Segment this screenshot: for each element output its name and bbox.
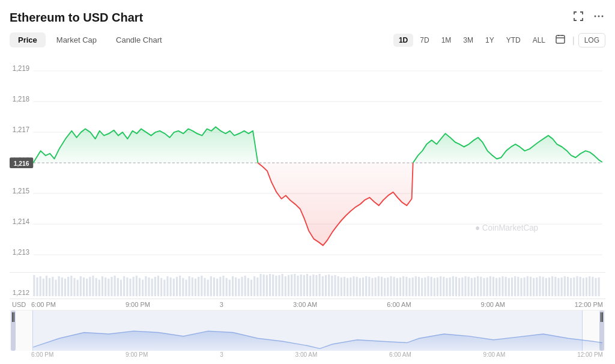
- svg-rect-117: [328, 275, 330, 296]
- svg-rect-111: [309, 276, 311, 296]
- main-chart-svg: 1,219 1,218 1,217 1,216 1,215 1,214 1,21…: [10, 52, 605, 272]
- svg-rect-200: [586, 278, 587, 296]
- log-button[interactable]: LOG: [578, 33, 605, 47]
- svg-rect-173: [501, 276, 503, 296]
- x-label-1: 9:00 PM: [126, 301, 150, 309]
- x-label-4: 6:00 AM: [387, 301, 411, 309]
- svg-rect-59: [148, 278, 150, 296]
- svg-rect-151: [434, 278, 435, 296]
- svg-point-1: [598, 16, 600, 17]
- time-divider: |: [572, 35, 575, 45]
- svg-rect-170: [492, 277, 494, 296]
- svg-rect-123: [347, 278, 348, 296]
- svg-rect-49: [117, 278, 119, 296]
- usd-label: USD: [12, 301, 26, 308]
- svg-rect-174: [505, 277, 507, 296]
- x-axis-labels: 6:00 PM 9:00 PM 3 3:00 AM 6:00 AM 9:00 A…: [10, 299, 605, 310]
- svg-text:1,219: 1,219: [13, 64, 29, 72]
- svg-rect-30: [58, 276, 60, 296]
- expand-icon[interactable]: [572, 10, 585, 25]
- header-row: Ethereum to USD Chart: [10, 10, 605, 25]
- svg-text:1,215: 1,215: [13, 187, 30, 195]
- svg-rect-180: [524, 278, 526, 296]
- svg-rect-126: [356, 277, 358, 296]
- svg-rect-144: [412, 278, 414, 296]
- svg-text:1,217: 1,217: [13, 126, 29, 133]
- svg-rect-196: [573, 278, 575, 296]
- svg-rect-160: [461, 278, 463, 296]
- mini-handle-right[interactable]: ‖: [599, 311, 604, 351]
- svg-rect-138: [393, 277, 395, 296]
- svg-rect-129: [365, 276, 367, 296]
- svg-rect-67: [173, 279, 175, 296]
- svg-rect-143: [408, 278, 410, 296]
- x-label-3: 3:00 AM: [293, 301, 317, 309]
- svg-rect-147: [421, 278, 423, 296]
- chart-area: 1,219 1,218 1,217 1,216 1,215 1,214 1,21…: [10, 52, 605, 359]
- svg-rect-189: [551, 276, 553, 296]
- x-label-5: 9:00 AM: [481, 301, 505, 309]
- tab-market-cap[interactable]: Market Cap: [48, 32, 105, 47]
- svg-rect-113: [315, 275, 317, 296]
- more-options-icon[interactable]: [592, 10, 605, 25]
- svg-rect-36: [77, 280, 79, 296]
- mini-x-label-4: 6:00 AM: [389, 351, 411, 359]
- mini-handle-left[interactable]: ‖: [11, 311, 16, 351]
- svg-rect-104: [288, 275, 289, 296]
- svg-rect-48: [114, 276, 116, 296]
- mini-x-label-1: 9:00 PM: [126, 351, 148, 359]
- svg-rect-94: [256, 278, 258, 296]
- svg-rect-100: [275, 276, 277, 296]
- mini-x-label-0: 6:00 PM: [31, 351, 53, 359]
- svg-rect-131: [371, 278, 373, 296]
- svg-rect-171: [495, 278, 497, 296]
- svg-rect-109: [303, 275, 305, 296]
- svg-rect-76: [201, 276, 202, 296]
- svg-rect-40: [89, 277, 91, 296]
- svg-rect-179: [520, 278, 522, 296]
- svg-rect-22: [33, 275, 35, 296]
- svg-rect-69: [179, 276, 181, 296]
- svg-rect-64: [163, 280, 165, 296]
- time-all[interactable]: ALL: [527, 34, 551, 47]
- chart-container: Ethereum to USD Chart Price Market Cap C…: [0, 0, 615, 364]
- tab-candle-chart[interactable]: Candle Chart: [108, 32, 171, 47]
- svg-rect-25: [43, 279, 44, 296]
- svg-rect-51: [123, 276, 125, 296]
- svg-text:● CoinMarketCap: ● CoinMarketCap: [475, 223, 538, 233]
- svg-rect-29: [55, 280, 56, 296]
- svg-rect-177: [514, 276, 516, 296]
- time-1d[interactable]: 1D: [393, 34, 413, 47]
- svg-rect-130: [368, 277, 370, 296]
- svg-rect-148: [424, 278, 426, 296]
- calendar-icon[interactable]: [554, 33, 566, 47]
- svg-rect-105: [291, 275, 292, 296]
- svg-rect-58: [145, 276, 147, 296]
- svg-rect-135: [384, 278, 386, 296]
- time-ytd[interactable]: YTD: [501, 34, 526, 47]
- volume-bar-area: 1,212: [10, 273, 605, 299]
- svg-rect-132: [375, 278, 377, 296]
- svg-rect-115: [322, 276, 324, 296]
- time-7d[interactable]: 7D: [414, 34, 434, 47]
- svg-rect-65: [166, 276, 168, 296]
- svg-rect-128: [362, 278, 364, 296]
- svg-rect-203: [595, 278, 596, 296]
- svg-rect-185: [539, 276, 541, 296]
- time-1m[interactable]: 1M: [436, 34, 457, 47]
- time-1y[interactable]: 1Y: [480, 34, 500, 47]
- svg-rect-77: [204, 278, 205, 296]
- time-3m[interactable]: 3M: [458, 34, 479, 47]
- svg-rect-68: [176, 277, 178, 296]
- tab-group: Price Market Cap Candle Chart: [10, 32, 171, 47]
- svg-rect-55: [136, 276, 138, 296]
- svg-rect-81: [216, 279, 218, 296]
- svg-rect-114: [319, 274, 321, 296]
- svg-rect-134: [381, 277, 383, 296]
- svg-rect-85: [229, 280, 231, 296]
- tab-price[interactable]: Price: [10, 32, 46, 47]
- svg-rect-95: [259, 274, 261, 296]
- svg-rect-120: [338, 276, 339, 296]
- svg-rect-184: [536, 278, 538, 296]
- svg-rect-124: [350, 278, 351, 296]
